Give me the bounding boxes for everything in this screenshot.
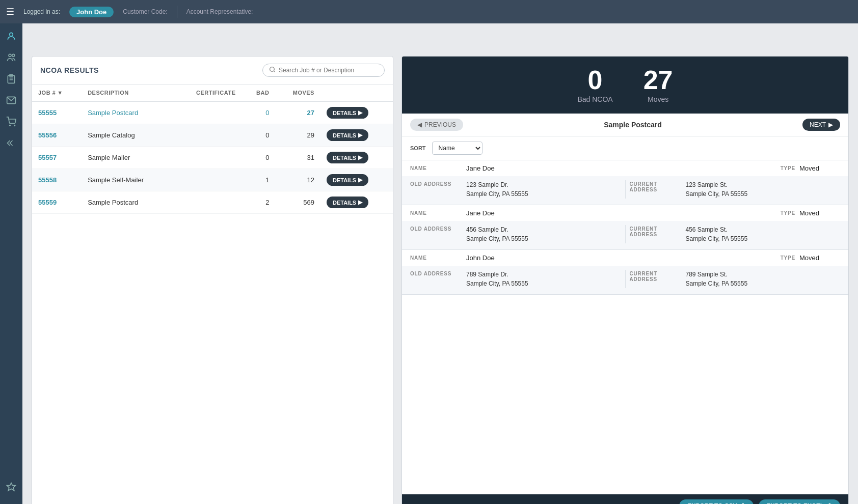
current-address-label: CURRENT ADDRESS: [630, 271, 686, 282]
account-rep-label: Account Representative:: [186, 8, 253, 15]
job-sort[interactable]: JOB # ▼: [38, 90, 63, 96]
table-row-job[interactable]: 55558: [32, 169, 82, 191]
prev-arrow-icon: ◀: [417, 121, 422, 128]
current-address-label: CURRENT ADDRESS: [630, 181, 686, 192]
col-header-certificate: CERTIFICATE: [173, 85, 242, 101]
sort-select[interactable]: Name Address Type: [432, 142, 482, 155]
table-row-action[interactable]: DETAILS ▶: [320, 169, 393, 191]
table-row-description: Sample Mailer: [82, 147, 173, 169]
main-content: NCOA RESULTS JOB # ▼ DESCRIPTION: [22, 47, 858, 504]
col-header-description: DESCRIPTION: [82, 85, 173, 101]
hamburger-icon[interactable]: ☰: [6, 6, 14, 17]
search-box[interactable]: [262, 64, 385, 77]
table-row-job[interactable]: 55557: [32, 147, 82, 169]
next-button[interactable]: NEXT ▶: [802, 119, 840, 131]
svg-point-1: [9, 54, 11, 57]
details-button[interactable]: DETAILS ▶: [327, 129, 368, 141]
table-row-action[interactable]: DETAILS ▶: [320, 101, 393, 124]
table-row-action[interactable]: DETAILS ▶: [320, 191, 393, 214]
sort-bar: SORT Name Address Type: [402, 136, 848, 160]
search-icon: [269, 66, 276, 74]
table-row-certificate: [173, 124, 242, 147]
details-button[interactable]: DETAILS ▶: [327, 197, 368, 208]
name-value: Jane Doe: [466, 209, 765, 217]
current-address-value: 789 Sample St.Sample City, PA 55555: [686, 270, 748, 288]
table-row-action[interactable]: DETAILS ▶: [320, 147, 393, 169]
nav-divider: [177, 6, 177, 18]
table-row-moves: 569: [275, 191, 320, 214]
type-label: TYPE: [765, 210, 795, 216]
record-block: NAME Jane Doe TYPE Moved OLD ADDRESS 456…: [402, 205, 848, 250]
table-row-certificate: [173, 169, 242, 191]
sidebar-item-cart[interactable]: [2, 113, 21, 132]
sidebar-item-settings[interactable]: [2, 479, 21, 498]
old-address-block: OLD ADDRESS 456 Sample Dr.Sample City, P…: [410, 225, 621, 243]
current-address-block: CURRENT ADDRESS 789 Sample St.Sample Cit…: [630, 270, 841, 288]
moves-label: Moves: [644, 95, 673, 103]
table-row-bad: 2: [242, 191, 276, 214]
prev-button[interactable]: ◀ PREVIOUS: [410, 119, 463, 131]
addr-divider: [625, 180, 626, 199]
details-button[interactable]: DETAILS ▶: [327, 152, 368, 163]
sidebar: [0, 23, 22, 504]
table-row-moves: 12: [275, 169, 320, 191]
type-label: TYPE: [765, 255, 795, 261]
name-label: NAME: [410, 255, 466, 261]
left-panel: NCOA RESULTS JOB # ▼ DESCRIPTION: [32, 56, 393, 504]
table-row-job[interactable]: 55555: [32, 101, 82, 124]
next-arrow-icon: ▶: [828, 121, 833, 128]
bad-ncoa-label: Bad NCOA: [577, 95, 612, 103]
details-button[interactable]: DETAILS ▶: [327, 107, 368, 119]
svg-point-9: [14, 125, 15, 126]
user-badge: John Doe: [69, 7, 114, 17]
sidebar-item-clipboard[interactable]: [2, 70, 21, 90]
detail-footer: Showing: 27 of 27 EXPORT TO CSV ⬇ EXPORT…: [402, 494, 848, 504]
svg-point-8: [10, 125, 11, 126]
sidebar-item-users[interactable]: [2, 49, 21, 68]
table-row-job[interactable]: 55556: [32, 124, 82, 147]
export-buttons: EXPORT TO CSV ⬇ EXPORT TO EXCEL ⬇: [679, 499, 840, 504]
addr-divider: [625, 225, 626, 243]
record-name-row: NAME Jane Doe TYPE Moved: [402, 205, 848, 221]
table-row-bad: 0: [242, 101, 276, 124]
export-excel-button[interactable]: EXPORT TO EXCEL ⬇: [759, 499, 840, 504]
clipboard-icon: [6, 74, 16, 87]
sidebar-item-profile[interactable]: [2, 27, 21, 47]
svg-point-2: [12, 54, 15, 57]
export-csv-button[interactable]: EXPORT TO CSV ⬇: [679, 499, 753, 504]
table-row-description: Sample Postcard: [82, 191, 173, 214]
old-address-label: OLD ADDRESS: [410, 271, 466, 276]
col-header-job[interactable]: JOB # ▼: [32, 85, 82, 101]
details-button[interactable]: DETAILS ▶: [327, 174, 368, 186]
table-row-action[interactable]: DETAILS ▶: [320, 124, 393, 147]
showing-text: Showing: 27 of 27: [410, 502, 463, 505]
record-name-row: NAME John Doe TYPE Moved: [402, 250, 848, 266]
record-addr-row: OLD ADDRESS 456 Sample Dr.Sample City, P…: [402, 221, 848, 249]
table-row-description: Sample Catalog: [82, 124, 173, 147]
table-row-job[interactable]: 55559: [32, 191, 82, 214]
stats-header: 0 Bad NCOA 27 Moves: [402, 57, 848, 114]
current-address-value: 456 Sample St.Sample City, PA 55555: [686, 225, 748, 243]
panel-title: NCOA RESULTS: [40, 66, 99, 74]
results-table: JOB # ▼ DESCRIPTION CERTIFICATE BAD MOVE…: [32, 85, 393, 214]
table-row-bad: 0: [242, 147, 276, 169]
sort-label: SORT: [410, 145, 426, 151]
col-header-actions: [320, 85, 393, 101]
table-row-description: Sample Self-Mailer: [82, 169, 173, 191]
svg-point-0: [10, 33, 13, 36]
col-header-bad: BAD: [242, 85, 276, 101]
search-input[interactable]: [279, 67, 378, 74]
record-block: NAME Jane Doe TYPE Moved OLD ADDRESS 123…: [402, 160, 848, 205]
name-label: NAME: [410, 210, 466, 216]
detail-nav: ◀ PREVIOUS Sample Postcard NEXT ▶: [402, 114, 848, 136]
current-address-label: CURRENT ADDRESS: [630, 226, 686, 237]
profile-icon: [6, 31, 16, 44]
table-row-moves: 27: [275, 101, 320, 124]
sidebar-item-return[interactable]: [2, 134, 21, 154]
details-arrow-icon: ▶: [358, 177, 362, 183]
type-value: Moved: [799, 254, 840, 262]
panel-header: NCOA RESULTS: [32, 57, 393, 85]
sidebar-item-mail[interactable]: [2, 92, 21, 111]
name-label: NAME: [410, 165, 466, 171]
old-address-label: OLD ADDRESS: [410, 226, 466, 232]
